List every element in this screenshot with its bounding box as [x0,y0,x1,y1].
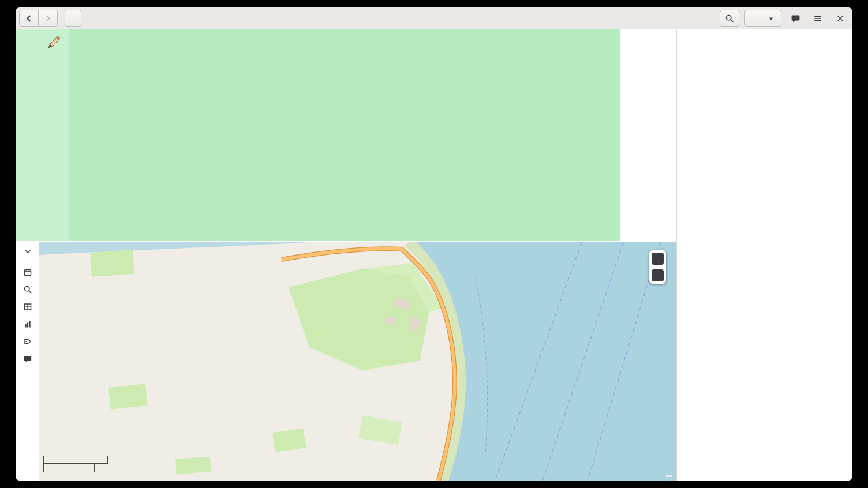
map[interactable] [39,242,676,481]
calendar-button[interactable] [19,268,36,277]
chart-view-button[interactable] [19,320,36,329]
comment-icon [23,354,32,363]
entry-gutter [16,29,69,241]
collapse-panel-button[interactable] [19,247,36,256]
search-icon [23,285,32,294]
table-icon [23,302,32,311]
tags-button[interactable] [19,337,36,346]
map-attribution [666,475,672,477]
entry-editor[interactable] [16,29,620,241]
tag-icon [23,337,32,346]
forward-button[interactable] [39,10,58,27]
map-zoom-control [649,250,666,284]
headerbar [16,7,852,29]
back-button[interactable] [19,10,39,27]
comment-view-button[interactable] [19,354,36,363]
calendar-icon [23,268,32,277]
nav-button-group [19,10,58,27]
chevron-down-icon [767,14,775,22]
window-close-button[interactable] [832,10,849,27]
close-dropdown-button[interactable] [761,10,781,27]
map-scale [43,456,108,472]
entry-body [69,29,620,241]
close-icon [836,14,845,23]
sidebar [676,29,852,481]
close-button-group [744,10,781,27]
chevron-left-icon [24,14,33,23]
comments-button[interactable] [787,10,804,27]
search-icon [725,14,734,23]
table-view-button[interactable] [19,302,36,311]
content-area [16,29,676,481]
search-entries-button[interactable] [19,285,36,294]
search-button[interactable] [720,10,739,27]
map-svg [39,242,676,481]
hamburger-icon [813,14,822,23]
menu-button[interactable] [809,10,826,27]
chevron-down-icon [23,247,32,256]
map-tool-strip [16,242,39,481]
bar-chart-icon [23,320,32,329]
edit-pencil-icon [44,34,62,54]
zoom-in-button[interactable] [652,253,664,265]
add-button[interactable] [65,10,81,27]
comment-icon [791,14,800,23]
chevron-right-icon [43,14,53,23]
diary-app-window [16,7,852,481]
zoom-out-button[interactable] [652,269,664,281]
close-entry-button[interactable] [744,10,761,27]
